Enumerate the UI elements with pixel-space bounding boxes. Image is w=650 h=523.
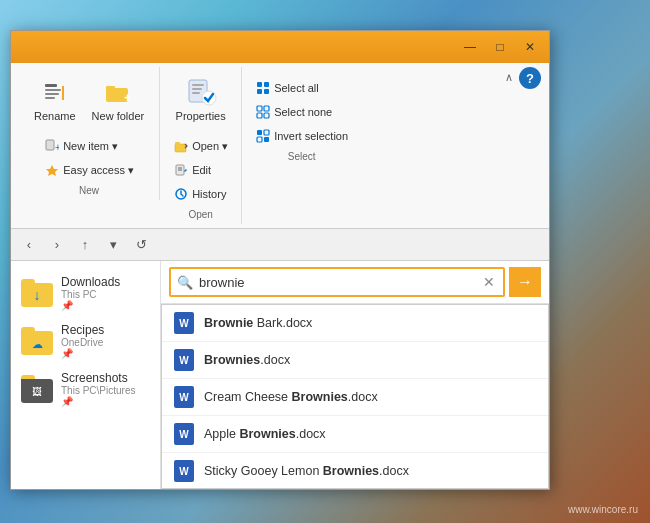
svg-rect-21: [257, 82, 262, 87]
recipes-text: Recipes OneDrive 📌: [61, 323, 104, 359]
new-item-button[interactable]: + New item ▾: [39, 135, 139, 157]
new-folder-label: New folder: [92, 110, 145, 122]
sidebar-item-downloads[interactable]: ↓ Downloads This PC 📌: [11, 269, 160, 317]
ribbon-expand-controls: ∧: [499, 67, 519, 87]
svg-rect-28: [264, 113, 269, 118]
ribbon: ? ∧: [11, 63, 549, 229]
word-doc-icon: W: [174, 349, 194, 371]
svg-rect-31: [257, 137, 262, 142]
svg-rect-13: [192, 92, 200, 94]
close-button[interactable]: ✕: [517, 37, 543, 57]
easy-access-label: Easy access ▾: [63, 164, 134, 177]
svg-rect-11: [192, 84, 204, 86]
select-all-icon: [255, 80, 271, 96]
search-result-item[interactable]: WSticky Gooey Lemon Brownies.docx: [162, 453, 548, 489]
watermark: www.wincore.ru: [568, 504, 638, 515]
open-button[interactable]: Open ▾: [168, 135, 233, 157]
result-highlight: Brownies: [292, 390, 348, 404]
ribbon-group-select: Select all Select none: [242, 67, 361, 166]
back-button[interactable]: ‹: [17, 233, 41, 257]
select-none-label: Select none: [274, 106, 332, 118]
open-icon: [173, 138, 189, 154]
edit-icon: [173, 162, 189, 178]
sidebar-item-recipes[interactable]: ☁ Recipes OneDrive 📌: [11, 317, 160, 365]
word-doc-icon: W: [174, 312, 194, 334]
new-item-icon: +: [44, 138, 60, 154]
screenshots-sub: This PC\Pictures: [61, 385, 135, 396]
word-doc-icon: W: [174, 460, 194, 482]
main-panel: 🔍 ✕ → WBrownie Bark.docxWBrownies.docxWC…: [161, 261, 549, 489]
search-input[interactable]: [199, 275, 475, 290]
search-result-item[interactable]: WBrownie Bark.docx: [162, 305, 548, 342]
recipes-sub: OneDrive: [61, 337, 104, 348]
ribbon-group-new: Rename + New folder: [19, 67, 160, 200]
select-none-button[interactable]: Select none: [250, 101, 353, 123]
refresh-button[interactable]: ↺: [129, 233, 153, 257]
svg-rect-12: [192, 88, 202, 90]
sidebar-item-screenshots[interactable]: 🖼 Screenshots This PC\Pictures 📌: [11, 365, 160, 413]
window-controls: — □ ✕: [457, 37, 543, 57]
properties-button[interactable]: Properties: [169, 71, 233, 127]
svg-text:+: +: [124, 91, 131, 105]
up-button[interactable]: ↑: [73, 233, 97, 257]
group-open-label: Open: [188, 205, 212, 220]
downloads-name: Downloads: [61, 275, 120, 289]
result-highlight: Brownies: [239, 427, 295, 441]
maximize-button[interactable]: □: [487, 37, 513, 57]
history-label: History: [192, 188, 226, 200]
svg-rect-16: [175, 142, 180, 145]
dropdown-button[interactable]: ▾: [101, 233, 125, 257]
svg-text:+: +: [55, 142, 59, 153]
select-all-button[interactable]: Select all: [250, 77, 353, 99]
recipes-name: Recipes: [61, 323, 104, 337]
result-text: Apple Brownies.docx: [204, 427, 326, 441]
open-label: Open ▾: [192, 140, 228, 153]
edit-label: Edit: [192, 164, 211, 176]
invert-selection-button[interactable]: Invert selection: [250, 125, 353, 147]
invert-selection-icon: [255, 128, 271, 144]
content-area: ↓ Downloads This PC 📌 ☁ Rec: [11, 261, 549, 489]
screenshots-name: Screenshots: [61, 371, 135, 385]
recipes-pin-icon: 📌: [61, 348, 104, 359]
properties-label: Properties: [176, 110, 226, 122]
minimize-button[interactable]: —: [457, 37, 483, 57]
search-result-item[interactable]: WBrownies.docx: [162, 342, 548, 379]
search-clear-button[interactable]: ✕: [481, 274, 497, 290]
edit-button[interactable]: Edit: [168, 159, 233, 181]
history-button[interactable]: History: [168, 183, 233, 205]
svg-rect-26: [264, 106, 269, 111]
new-folder-button[interactable]: + New folder: [85, 71, 152, 127]
help-button[interactable]: ?: [519, 67, 541, 89]
search-result-item[interactable]: WApple Brownies.docx: [162, 416, 548, 453]
explorer-window: — □ ✕ ? ∧: [10, 30, 550, 490]
rename-icon: [39, 76, 71, 108]
result-highlight: Brownies: [204, 353, 260, 367]
word-doc-icon: W: [174, 386, 194, 408]
screenshots-folder-icon: 🖼: [21, 375, 53, 403]
group-new-label: New: [79, 181, 99, 196]
select-all-label: Select all: [274, 82, 319, 94]
group-select-label: Select: [288, 147, 316, 162]
select-none-icon: [255, 104, 271, 120]
result-text: Cream Cheese Brownies.docx: [204, 390, 378, 404]
svg-rect-1: [45, 89, 61, 91]
svg-rect-24: [264, 89, 269, 94]
svg-rect-15: [175, 144, 186, 152]
svg-rect-0: [45, 84, 57, 87]
search-result-item[interactable]: WCream Cheese Brownies.docx: [162, 379, 548, 416]
svg-rect-22: [264, 82, 269, 87]
title-bar: — □ ✕: [11, 31, 549, 63]
forward-button[interactable]: ›: [45, 233, 69, 257]
rename-button[interactable]: Rename: [27, 71, 83, 127]
search-go-button[interactable]: →: [509, 267, 541, 297]
ribbon-collapse-button[interactable]: ∧: [499, 67, 519, 87]
screenshots-pin-icon: 📌: [61, 396, 135, 407]
result-highlight: Brownie: [204, 316, 253, 330]
downloads-pin-icon: 📌: [61, 300, 120, 311]
search-dropdown: WBrownie Bark.docxWBrownies.docxWCream C…: [161, 304, 549, 489]
easy-access-button[interactable]: Easy access ▾: [39, 159, 139, 181]
search-input-wrapper: 🔍 ✕: [169, 267, 505, 297]
svg-rect-2: [45, 93, 59, 95]
sidebar: ↓ Downloads This PC 📌 ☁ Rec: [11, 261, 161, 489]
cloud-icon: ☁: [32, 338, 43, 351]
